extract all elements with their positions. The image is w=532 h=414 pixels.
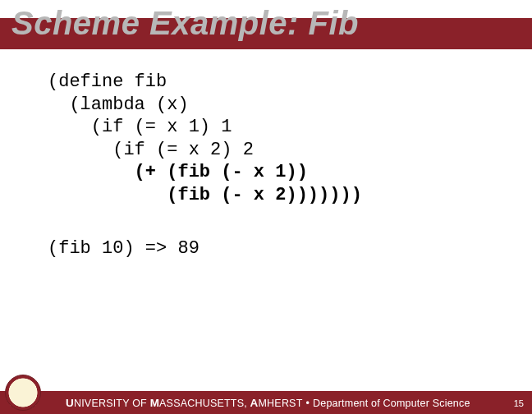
code-line-4: (if (= x 2) 2 (48, 140, 254, 160)
footer-dot: • (305, 398, 310, 409)
footer-assachusetts: ASSACHUSETTS, (159, 398, 250, 409)
footer-a: A (250, 397, 259, 409)
footer-niversity: NIVERSITY OF (74, 398, 150, 409)
code-line-6: (fib (- x 2))))))) (48, 185, 362, 205)
footer-text: UNIVERSITY OF MASSACHUSETTS, AMHERST•Dep… (66, 397, 470, 409)
page-number: 15 (514, 398, 524, 408)
code-block: (define fib (lambda (x) (if (= x 1) 1 (i… (48, 71, 362, 206)
code-line-3: (if (= x 1) 1 (48, 117, 232, 137)
code-line-5: (+ (fib (- x 1)) (48, 162, 308, 182)
code-line-2: (lambda (x) (48, 94, 189, 115)
result-line: (fib 10) => 89 (48, 238, 200, 259)
footer-mherst: MHERST (259, 398, 303, 409)
footer-bar: UNIVERSITY OF MASSACHUSETTS, AMHERST•Dep… (0, 391, 532, 414)
code-line-1: (define fib (48, 71, 167, 92)
footer-dept: Department of Computer Science (313, 398, 470, 409)
university-seal-icon (5, 375, 41, 411)
slide-title: Scheme Example: Fib (11, 5, 359, 42)
footer-m: M (150, 397, 159, 409)
footer-u: U (66, 397, 74, 409)
